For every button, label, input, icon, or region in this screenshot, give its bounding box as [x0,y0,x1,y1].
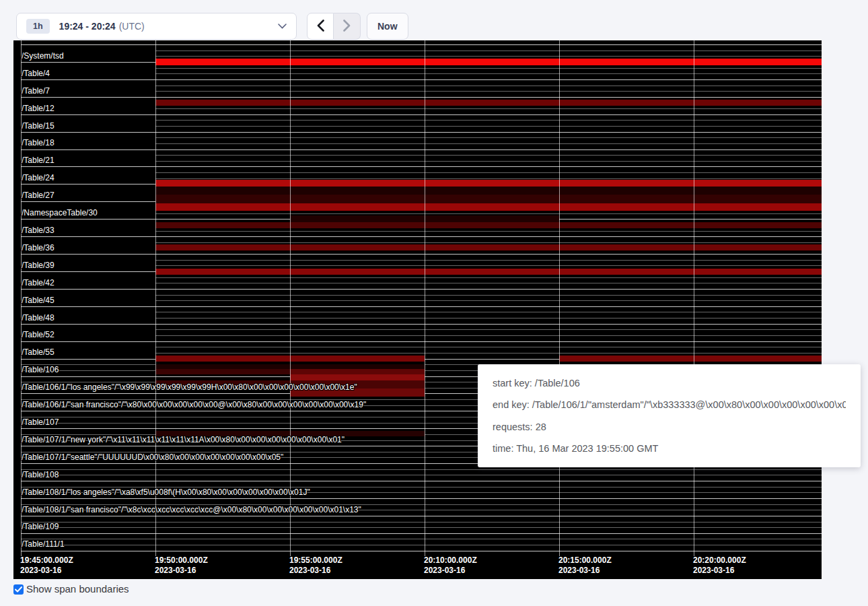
row-label: /Table/36 [22,243,55,252]
span-boundary-line [21,44,822,45]
span-boundary-line [155,50,822,51]
span-boundary-line [155,143,822,144]
span-boundary-line [21,516,822,516]
row-label: /Table/39 [22,261,55,270]
span-boundary-line [155,300,822,301]
span-boundary-line [155,318,822,318]
heat-band [559,356,822,362]
row-label: /Table/109 [22,522,59,531]
span-boundary-line [155,120,822,121]
span-boundary-line [21,236,822,237]
row-label: /Table/107 [22,417,59,427]
span-boundary-line [155,283,822,283]
span-boundary-line [155,86,822,86]
row-label: /Table/108/1/"los angeles"/"\xa8\xf5\u00… [22,487,310,497]
row-label: /Table/106 [22,365,59,374]
span-boundary-line [155,347,822,347]
time-bucket-line [694,40,694,556]
time-bucket-line [290,40,291,556]
next-interval-button[interactable] [334,13,361,40]
row-label: /Table/108/1/"san francisco"/"\x8c\xcc\x… [22,505,361,514]
heat-band [290,369,425,374]
previous-interval-button[interactable] [307,13,334,40]
row-label: /Table/107/1/"new york"/"\x11\x11\x11\x1… [22,435,345,444]
heat-band [155,187,822,195]
span-boundary-line [155,161,822,162]
span-boundary-line [21,475,822,475]
span-boundary-line [21,481,822,481]
row-label: /Table/33 [22,226,55,235]
tooltip-end-key: end key: /Table/106/1/"amsterdam"/"\xb33… [493,399,846,411]
heat-band [155,195,822,203]
span-boundary-line [21,254,822,255]
row-label: /Table/106/1/"san francisco"/"\x80\x00\x… [22,400,366,409]
key-visualizer-heatmap[interactable]: /System/tsd/Table/4/Table/7/Table/12/Tab… [13,40,822,579]
time-pager [307,13,361,40]
span-boundary-line [155,155,822,156]
heat-band [155,180,822,187]
span-boundary-line [155,260,822,261]
heat-band [155,222,822,228]
span-boundary-line [155,68,822,69]
heat-band [155,203,822,211]
timezone-label: (UTC) [119,21,145,32]
span-boundary-line [21,533,822,534]
span-boundary-line [21,79,822,80]
span-boundary-line [155,178,822,179]
row-label: /Table/27 [22,191,55,200]
time-bucket-line [155,40,156,556]
chevron-right-icon [343,20,351,34]
row-label: /Table/15 [22,121,55,131]
chevron-left-icon [317,20,324,34]
heat-band [155,244,822,250]
span-boundary-line [155,329,822,330]
span-boundary-line [21,539,822,539]
tooltip-start-key: start key: /Table/106 [493,377,846,389]
time-range-selector[interactable]: 1h 19:24 - 20:24 (UTC) [16,13,297,40]
span-boundary-line [155,312,822,312]
tooltip-requests: requests: 28 [493,421,846,433]
row-label: /Table/48 [22,313,55,323]
span-boundary-line [21,527,822,528]
span-boundary-line [155,91,822,92]
span-boundary-line [21,114,822,115]
span-boundary-line [21,132,822,133]
row-label: /Table/21 [22,156,55,165]
span-boundary-line [21,149,822,150]
span-boundary-line [21,498,822,499]
footer-controls: Show span boundaries [13,583,129,595]
row-label: /Table/18 [22,138,55,147]
now-button[interactable]: Now [367,13,408,40]
show-span-boundaries-checkbox[interactable] [13,584,24,595]
span-tooltip: start key: /Table/106 end key: /Table/10… [478,364,861,467]
row-label: /Table/107/1/"seattle"/"UUUUUUD\x00\x80\… [22,452,283,462]
span-boundary-line [155,73,822,74]
heat-band [290,374,425,380]
span-boundary-line [155,172,822,173]
x-tick-label: 20:10:00.000Z2023-03-16 [424,556,477,576]
span-boundary-line [155,353,822,354]
time-bucket-line [559,40,560,556]
row-label: /NamespaceTable/30 [22,208,98,217]
span-boundary-line [21,551,822,551]
heat-band [155,59,822,65]
time-preset-badge: 1h [26,19,50,34]
span-boundary-line [155,277,822,278]
heat-band [155,269,822,275]
span-boundary-line [21,97,822,98]
row-label: /Table/55 [22,347,55,357]
span-boundary-line [21,306,822,307]
show-span-boundaries-label: Show span boundaries [26,583,129,595]
row-label: /Table/24 [22,173,55,182]
span-boundary-line [21,341,822,342]
row-label: /Table/12 [22,104,55,113]
span-boundary-line [155,231,822,232]
x-tick-label: 20:15:00.000Z2023-03-16 [558,556,612,576]
row-label: /Table/45 [22,296,55,305]
span-boundary-line [155,335,822,336]
x-tick-label: 19:45:00.000Z2023-03-16 [20,556,73,576]
tooltip-time: time: Thu, 16 Mar 2023 19:55:00 GMT [493,442,846,454]
span-boundary-line [21,469,822,470]
time-bucket-line [425,40,425,556]
span-boundary-line [155,213,822,214]
